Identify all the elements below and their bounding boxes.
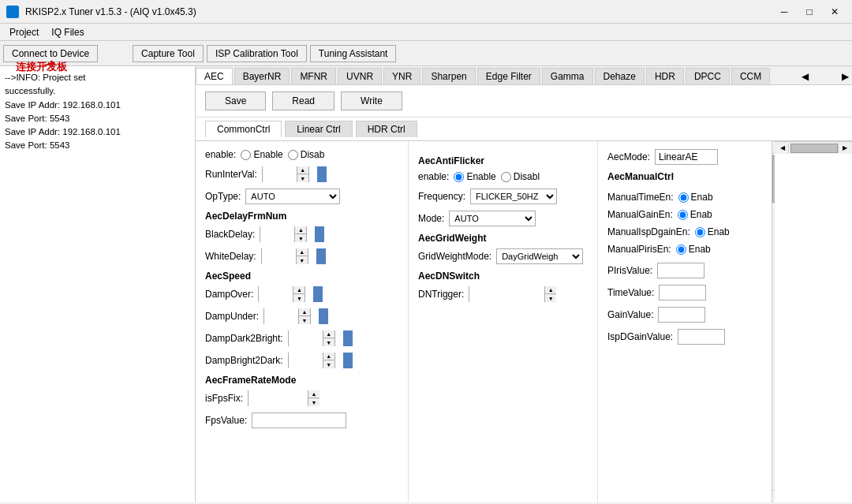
tab-dehaze[interactable]: Dehaze: [595, 68, 645, 84]
whitedelay-spinner[interactable]: 2 ▲ ▼: [261, 248, 308, 264]
dampbright2dark-down[interactable]: ▼: [323, 360, 334, 368]
menu-project[interactable]: Project: [3, 25, 45, 39]
manualpirisen-radio[interactable]: Enab: [676, 244, 711, 255]
tab-ynr[interactable]: YNR: [383, 68, 420, 84]
close-button[interactable]: ✕: [824, 4, 846, 20]
sub-tab-hdrctrl[interactable]: HDR Ctrl: [356, 121, 417, 137]
runinterval-spinner[interactable]: 0 ▲ ▼: [262, 166, 309, 182]
scroll-left-arrow[interactable]: ◀: [776, 144, 789, 153]
tab-hdr[interactable]: HDR: [646, 68, 684, 84]
anti-enable-radio[interactable]: Enable: [454, 171, 495, 182]
isfpsfix-input[interactable]: 1: [248, 390, 308, 406]
dampunder-down[interactable]: ▼: [299, 316, 310, 324]
blackdelay-up[interactable]: ▲: [295, 226, 306, 234]
dntrigger-up[interactable]: ▲: [545, 286, 556, 294]
minimize-button[interactable]: ─: [773, 4, 795, 20]
manualispdgainen-input[interactable]: [695, 227, 705, 237]
read-button[interactable]: Read: [272, 91, 334, 110]
runinterval-down[interactable]: ▼: [297, 174, 308, 182]
gainvalue-input[interactable]: [658, 307, 705, 323]
dntrigger-input[interactable]: 0: [469, 286, 545, 302]
tab-uvnr[interactable]: UVNR: [338, 68, 382, 84]
tabs-scroll-right[interactable]: ▶: [839, 69, 852, 84]
connect-device-button[interactable]: Connect to Device: [3, 45, 98, 62]
enable-radio-enable[interactable]: Enable: [241, 149, 282, 160]
scroll-right-arrow[interactable]: ▶: [838, 144, 850, 153]
dampdark2bright-down[interactable]: ▼: [323, 338, 334, 346]
anti-disable-radio[interactable]: Disabl: [501, 171, 540, 182]
dampunder-input[interactable]: 0.45: [264, 308, 299, 324]
scroll-thumb[interactable]: [772, 155, 775, 203]
tab-sharpen[interactable]: Sharpen: [422, 68, 475, 84]
whitedelay-up[interactable]: ▲: [297, 248, 308, 256]
enable-radio-disable[interactable]: Disab: [288, 149, 325, 160]
whitedelay-input[interactable]: 2: [262, 248, 297, 264]
optype-select[interactable]: AUTO: [245, 189, 340, 204]
anti-mode-select[interactable]: AUTO: [449, 211, 536, 226]
dampdark2bright-spinner[interactable]: 0.15 ▲ ▼: [288, 330, 335, 346]
tab-mfnr[interactable]: MFNR: [291, 68, 336, 84]
enable-radio-enable-input[interactable]: [241, 150, 251, 160]
tab-bayernr[interactable]: BayerNR: [234, 68, 290, 84]
isfpsfix-up[interactable]: ▲: [308, 390, 320, 398]
vertical-scrollbar[interactable]: ▲ ▼: [772, 141, 775, 502]
sub-tab-commonctrl[interactable]: CommonCtrl: [205, 121, 282, 137]
anti-enable-input[interactable]: [454, 172, 464, 182]
maximize-button[interactable]: □: [798, 4, 820, 20]
whitedelay-down[interactable]: ▼: [297, 256, 308, 264]
tab-aec[interactable]: AEC: [196, 68, 233, 85]
dntrigger-spinner[interactable]: 0 ▲ ▼: [469, 286, 555, 302]
blackdelay-label: BlackDelay:: [205, 229, 255, 240]
manualgainen-input[interactable]: [678, 210, 688, 220]
anti-disable-input[interactable]: [501, 172, 511, 182]
dampover-spinner[interactable]: 0.15 ▲ ▼: [258, 286, 305, 302]
manualgainen-radio[interactable]: Enab: [678, 209, 712, 220]
write-button[interactable]: Write: [341, 91, 402, 110]
dampdark2bright-input[interactable]: 0.15: [289, 330, 323, 346]
dampbright2dark-up[interactable]: ▲: [323, 353, 334, 360]
dntrigger-down[interactable]: ▼: [545, 294, 556, 302]
menu-iq-files[interactable]: IQ Files: [45, 25, 90, 39]
ispdgainvalue-input[interactable]: [678, 329, 725, 345]
dampbright2dark-input[interactable]: 0.45: [289, 353, 323, 368]
manualpirisen-input[interactable]: [676, 245, 686, 255]
tab-dpcc[interactable]: DPCC: [686, 68, 730, 84]
fpsvalue-input[interactable]: 0: [252, 413, 346, 428]
tab-edge-filter[interactable]: Edge Filter: [477, 68, 540, 84]
sub-tab-linearctrl[interactable]: Linear Ctrl: [285, 121, 352, 137]
dampunder-up[interactable]: ▲: [299, 308, 310, 316]
tuning-assistant-button[interactable]: Tuning Assistant: [310, 45, 397, 62]
scroll-down-arrow[interactable]: ▼: [772, 490, 775, 502]
isfpsfix-down[interactable]: ▼: [308, 398, 320, 406]
dampover-up[interactable]: ▲: [293, 286, 305, 294]
dampbright2dark-spinner[interactable]: 0.45 ▲ ▼: [288, 353, 335, 368]
isfpsfix-spinner[interactable]: 1 ▲ ▼: [248, 390, 319, 406]
dampdark2bright-up[interactable]: ▲: [323, 330, 334, 338]
manualtimeen-radio[interactable]: Enab: [678, 192, 713, 203]
save-button[interactable]: Save: [205, 91, 266, 110]
dampover-input[interactable]: 0.15: [259, 286, 293, 302]
dampunder-spinner[interactable]: 0.45 ▲ ▼: [263, 308, 311, 324]
enable-radio-disable-input[interactable]: [288, 150, 298, 160]
manualtimeen-input[interactable]: [678, 192, 689, 203]
h-scroll-thumb[interactable]: [790, 144, 838, 153]
manualispdgainen-radio[interactable]: Enab: [695, 226, 730, 237]
enable-label: enable:: [205, 149, 236, 160]
blackdelay-down[interactable]: ▼: [295, 234, 306, 242]
dampover-down[interactable]: ▼: [293, 294, 305, 302]
gridweightmode-select[interactable]: DayGridWeigh: [496, 248, 583, 264]
horizontal-scrollbar[interactable]: ◀ ▶: [775, 141, 852, 154]
frequency-select[interactable]: FLICKER_50HZ: [470, 189, 557, 204]
runinterval-input[interactable]: 0: [263, 166, 297, 182]
timevalue-input[interactable]: 0: [659, 285, 706, 301]
runinterval-up[interactable]: ▲: [297, 166, 308, 174]
tabs-scroll-left[interactable]: ◀: [798, 69, 812, 84]
pirisvalue-input[interactable]: [657, 263, 704, 278]
log-line-3: Save IP Addr: 192.168.0.101: [5, 100, 121, 110]
capture-tool-button[interactable]: Capture Tool: [133, 45, 204, 62]
blackdelay-spinner[interactable]: 2 ▲ ▼: [260, 226, 307, 242]
tab-ccm[interactable]: CCM: [731, 68, 770, 84]
blackdelay-input[interactable]: 2: [260, 226, 295, 242]
tab-gamma[interactable]: Gamma: [542, 68, 593, 84]
isp-calibration-button[interactable]: ISP Calibration Tool: [207, 45, 307, 62]
